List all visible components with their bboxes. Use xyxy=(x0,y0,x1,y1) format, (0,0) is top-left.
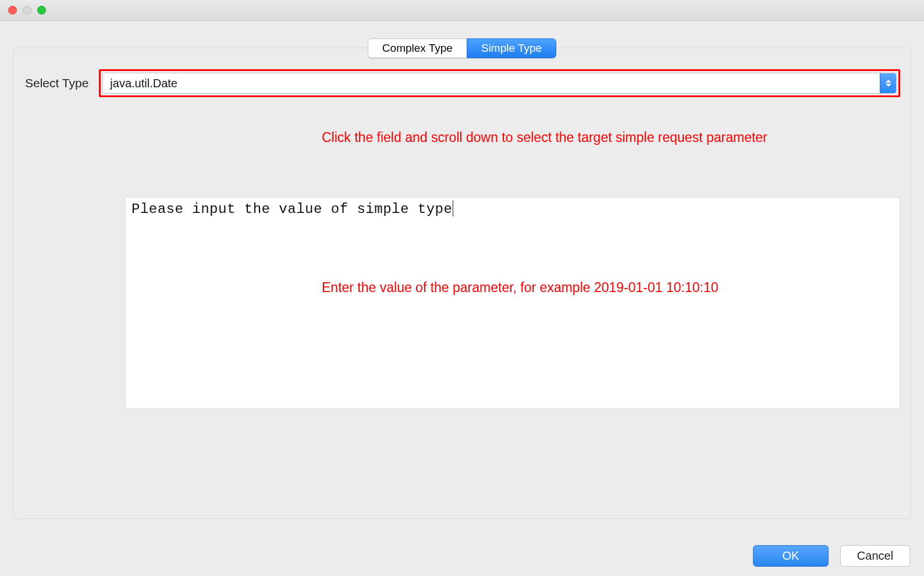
dropdown-arrows-icon xyxy=(880,73,896,93)
close-button[interactable] xyxy=(8,6,17,15)
tab-segment: Complex Type Simple Type xyxy=(368,38,556,58)
chevron-up-icon xyxy=(886,80,891,83)
annotation-select-hint: Click the field and scroll down to selec… xyxy=(322,130,893,145)
dialog-buttons: OK Cancel xyxy=(753,545,910,567)
annotation-value-hint: Enter the value of the parameter, for ex… xyxy=(322,280,719,296)
value-input-area[interactable]: Please input the value of simple type xyxy=(125,197,900,409)
maximize-button[interactable] xyxy=(37,6,46,15)
traffic-lights xyxy=(8,6,46,15)
tab-complex-type[interactable]: Complex Type xyxy=(368,38,467,58)
content-wrapper: Complex Type Simple Type Select Type jav… xyxy=(0,21,924,519)
select-type-row: Select Type java.util.Date xyxy=(24,69,900,97)
select-type-value: java.util.Date xyxy=(103,77,880,90)
chevron-down-icon xyxy=(886,84,891,87)
main-panel: Select Type java.util.Date Click the fie… xyxy=(13,48,911,519)
tab-bar: Complex Type Simple Type xyxy=(13,38,911,58)
select-type-highlight: java.util.Date xyxy=(99,69,900,97)
text-cursor-icon xyxy=(453,200,453,216)
titlebar xyxy=(0,0,924,21)
tab-simple-type[interactable]: Simple Type xyxy=(467,38,556,58)
cancel-button[interactable]: Cancel xyxy=(840,545,910,567)
select-type-dropdown[interactable]: java.util.Date xyxy=(102,73,897,94)
ok-button[interactable]: OK xyxy=(753,545,829,567)
minimize-button[interactable] xyxy=(23,6,31,15)
value-input-placeholder: Please input the value of simple type xyxy=(126,198,900,221)
select-type-label: Select Type xyxy=(24,76,88,90)
placeholder-text: Please input the value of simple type xyxy=(132,201,452,217)
